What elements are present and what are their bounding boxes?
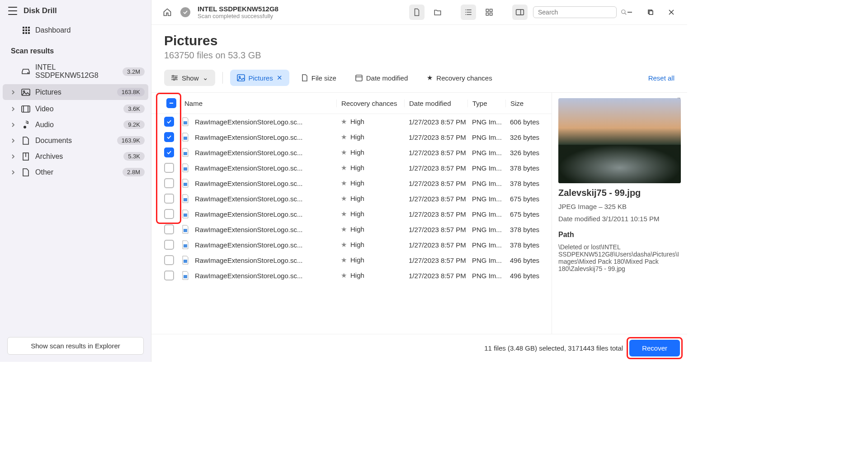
minimize-icon[interactable] — [622, 5, 637, 20]
type-label: PNG Im... — [467, 195, 505, 203]
close-icon[interactable] — [664, 5, 679, 20]
star-icon: ★ — [341, 179, 347, 187]
sidebar-item-badge: 5.3K — [123, 152, 145, 161]
star-icon: ★ — [341, 148, 347, 156]
sidebar-drive-label: INTEL SSDPEKNW512G8 — [35, 63, 118, 80]
row-checkbox[interactable] — [164, 240, 174, 250]
topbar: INTEL SSDPEKNW512G8 Scan completed succe… — [151, 0, 687, 25]
file-thumb-icon — [181, 117, 191, 126]
star-icon: ★ — [341, 256, 347, 264]
sidebar-item-documents[interactable]: Documents 163.9K — [0, 133, 151, 148]
svg-rect-25 — [490, 9, 492, 11]
row-checkbox[interactable] — [164, 178, 174, 188]
col-type[interactable]: Type — [467, 100, 505, 107]
col-recovery[interactable]: Recovery chances — [336, 100, 404, 107]
svg-rect-1 — [25, 27, 27, 28]
maximize-icon[interactable] — [643, 5, 658, 20]
show-explorer-button[interactable]: Show scan results in Explorer — [7, 337, 144, 355]
row-checkbox[interactable] — [164, 163, 174, 173]
file-view-icon[interactable] — [409, 5, 425, 20]
preview-subtitle: JPEG Image – 325 KB — [558, 203, 681, 210]
datemodified-filter[interactable]: Date modified — [349, 70, 415, 86]
remove-filter-icon[interactable]: ✕ — [277, 74, 283, 82]
sidebar-item-label: Documents — [35, 137, 113, 145]
preview-toggle-icon[interactable] — [512, 5, 528, 20]
row-checkbox[interactable] — [164, 132, 174, 142]
recovery-label: High — [350, 256, 364, 264]
row-checkbox[interactable] — [164, 255, 174, 265]
svg-rect-55 — [184, 229, 187, 232]
row-checkbox[interactable] — [164, 209, 174, 219]
row-checkbox[interactable] — [164, 117, 174, 127]
file-thumb-icon — [181, 179, 191, 188]
svg-point-9 — [28, 72, 28, 73]
recovery-filter[interactable]: ★ Recovery chances — [420, 70, 499, 86]
table-row[interactable]: RawImageExtensionStoreLogo.sc... ★High 1… — [151, 160, 552, 176]
home-icon[interactable] — [160, 5, 175, 20]
size-label: 326 bytes — [505, 133, 548, 141]
chevron-right-icon — [10, 123, 16, 127]
list-view-icon[interactable] — [461, 5, 476, 20]
sidebar-item-badge: 163.9K — [117, 136, 145, 145]
row-checkbox[interactable] — [164, 224, 174, 234]
table-row[interactable]: RawImageExtensionStoreLogo.sc... ★High 1… — [151, 222, 552, 237]
sidebar-item-pictures[interactable]: Pictures 163.8K — [3, 84, 148, 100]
filesize-filter[interactable]: File size — [295, 70, 343, 86]
svg-rect-3 — [23, 29, 24, 31]
sidebar-item-video[interactable]: Video 3.6K — [0, 101, 151, 117]
row-checkbox[interactable] — [164, 194, 174, 204]
date-label: 1/27/2023 8:57 PM — [404, 164, 467, 172]
recovery-label: High — [350, 241, 364, 248]
recover-button[interactable]: Recover — [629, 340, 680, 356]
col-size[interactable]: Size — [505, 100, 548, 107]
folder-view-icon[interactable] — [430, 5, 445, 20]
menu-icon[interactable] — [8, 7, 17, 15]
size-label: 378 bytes — [505, 241, 548, 249]
svg-rect-24 — [486, 9, 488, 11]
date-label: 1/27/2023 8:57 PM — [404, 149, 467, 157]
size-label: 378 bytes — [505, 180, 548, 187]
sidebar-drive[interactable]: INTEL SSDPEKNW512G8 3.2M — [0, 60, 151, 83]
type-label: PNG Im... — [467, 118, 505, 126]
table-row[interactable]: RawImageExtensionStoreLogo.sc... ★High 1… — [151, 206, 552, 222]
star-icon: ★ — [427, 74, 433, 82]
date-label: 1/27/2023 8:57 PM — [404, 180, 467, 187]
svg-rect-52 — [184, 183, 187, 186]
sidebar-item-other[interactable]: Other 2.8M — [0, 164, 151, 180]
search-input[interactable] — [538, 9, 617, 16]
pictures-filter[interactable]: Pictures ✕ — [230, 70, 289, 86]
table-row[interactable]: RawImageExtensionStoreLogo.sc... ★High 1… — [151, 191, 552, 206]
row-checkbox[interactable] — [164, 147, 174, 157]
date-label: 1/27/2023 8:57 PM — [404, 133, 467, 141]
sidebar-item-archives[interactable]: Archives 5.3K — [0, 148, 151, 164]
table-row[interactable]: RawImageExtensionStoreLogo.sc... ★High 1… — [151, 129, 552, 145]
table-row[interactable]: RawImageExtensionStoreLogo.sc... ★High 1… — [151, 176, 552, 191]
search-box[interactable] — [533, 6, 617, 18]
table-row[interactable]: RawImageExtensionStoreLogo.sc... ★High 1… — [151, 268, 552, 283]
col-date[interactable]: Date modified — [404, 100, 467, 107]
sidebar-item-badge: 163.8K — [117, 88, 145, 96]
row-checkbox[interactable] — [164, 271, 174, 280]
grid-view-icon[interactable] — [481, 5, 497, 20]
select-all-checkbox[interactable] — [166, 98, 176, 108]
sidebar-item-label: Archives — [35, 152, 119, 161]
chevron-right-icon — [10, 90, 16, 95]
table-row[interactable]: RawImageExtensionStoreLogo.sc... ★High 1… — [151, 145, 552, 160]
col-name[interactable]: Name — [179, 100, 336, 107]
sidebar-dashboard[interactable]: Dashboard — [0, 22, 151, 39]
main: INTEL SSDPEKNW512G8 Scan completed succe… — [151, 0, 687, 362]
reset-all-link[interactable]: Reset all — [648, 74, 675, 82]
table-row[interactable]: RawImageExtensionStoreLogo.sc... ★High 1… — [151, 252, 552, 268]
audio-icon — [21, 121, 31, 129]
show-filter[interactable]: Show ⌄ — [164, 70, 215, 86]
sidebar-item-audio[interactable]: Audio 9.2K — [0, 117, 151, 133]
svg-rect-21 — [467, 12, 472, 13]
table-row[interactable]: RawImageExtensionStoreLogo.sc... ★High 1… — [151, 237, 552, 252]
svg-rect-7 — [25, 32, 27, 34]
table-row[interactable]: RawImageExtensionStoreLogo.sc... ★High 1… — [151, 114, 552, 129]
preview-title: Zalevskij75 - 99.jpg — [558, 188, 681, 198]
sidebar-drive-badge: 3.2M — [123, 67, 145, 76]
svg-rect-28 — [516, 10, 524, 15]
type-label: PNG Im... — [467, 226, 505, 233]
recovery-label: High — [350, 210, 364, 218]
